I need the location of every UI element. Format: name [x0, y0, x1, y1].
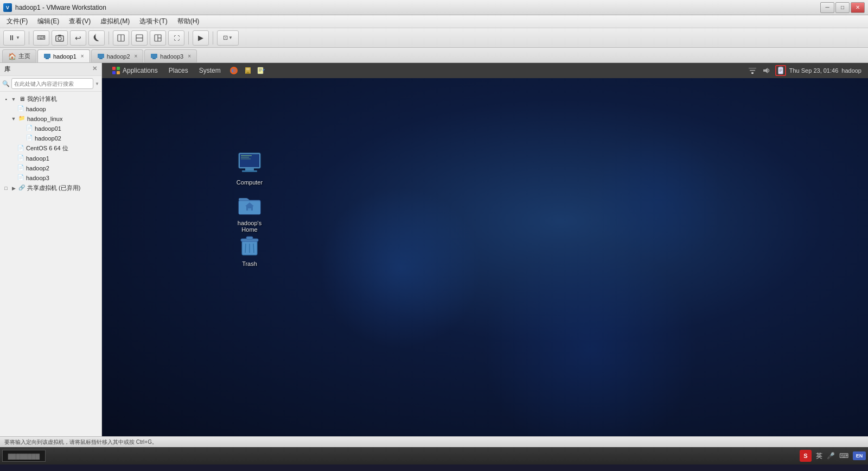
- tree-icon-hadoop02: 📄: [25, 135, 34, 142]
- gnome-places-menu[interactable]: Places: [163, 63, 194, 78]
- gnome-network-icon[interactable]: [747, 65, 758, 76]
- tab-hadoop3-close[interactable]: ×: [188, 53, 191, 59]
- sidebar-item-hadoop2[interactable]: 📄 hadoop2: [0, 163, 101, 173]
- home-folder-icon: [237, 192, 263, 218]
- tab-hadoop3[interactable]: hadoop3 ×: [144, 49, 197, 62]
- gnome-clipboard-icon[interactable]: [775, 65, 786, 76]
- desktop-icon-home[interactable]: hadoop's Home: [228, 189, 271, 235]
- desktop-icon-trash[interactable]: Trash: [228, 230, 271, 269]
- language-bar[interactable]: EN: [853, 451, 866, 460]
- glow-blob-1: [319, 187, 482, 349]
- sidebar: 库 ✕ 🔍 ▼ ▪ ▼ 🖥 我的计算机 📄 hadoop ▼ �: [0, 63, 102, 436]
- sidebar-item-hadoop[interactable]: 📄 hadoop: [0, 104, 101, 114]
- sidebar-label-my-computer: 我的计算机: [27, 95, 57, 103]
- gnome-bookmark-btn[interactable]: [241, 63, 254, 78]
- desktop-icon-computer[interactable]: Computer: [228, 149, 271, 188]
- toolbar-terminal-btn[interactable]: ▶: [193, 30, 209, 46]
- tab-hadoop3-label: hadoop3: [160, 53, 183, 60]
- svg-line-56: [245, 244, 246, 253]
- menu-view[interactable]: 查看(V): [65, 16, 95, 27]
- toolbar-sep-3: [188, 31, 189, 44]
- tab-hadoop1[interactable]: hadoop1 ×: [37, 49, 90, 62]
- menu-edit[interactable]: 编辑(E): [33, 16, 63, 27]
- menu-file[interactable]: 文件(F): [2, 16, 32, 27]
- tree-icon-hadoop3: 📄: [16, 174, 25, 182]
- taskbar-mic-icon[interactable]: 🎤: [827, 452, 835, 460]
- gnome-applications-menu[interactable]: Applications: [106, 63, 163, 78]
- toolbar-ctrlaltdel-btn[interactable]: ⌨: [33, 30, 49, 46]
- toolbar-snapshot-btn[interactable]: [52, 30, 68, 46]
- minimize-button[interactable]: ─: [820, 2, 834, 13]
- menu-vm[interactable]: 虚拟机(M): [96, 16, 134, 27]
- taskbar-keyboard-icon[interactable]: ⌨: [839, 452, 848, 460]
- vmware-status-bar: 要将输入定向到该虚拟机，请将鼠标指针移入其中或按 Ctrl+G。: [0, 436, 868, 447]
- menu-help[interactable]: 帮助(H): [173, 16, 204, 27]
- tree-icon-centos6: 📄: [16, 145, 25, 152]
- sidebar-item-my-computer[interactable]: ▪ ▼ 🖥 我的计算机: [0, 94, 101, 104]
- tab-hadoop2-close[interactable]: ×: [135, 53, 138, 59]
- gnome-datetime: Thu Sep 23, 01:46: [789, 67, 839, 74]
- gnome-username: hadoop: [841, 67, 861, 74]
- vm-desktop: Applications Places System: [102, 63, 868, 436]
- tab-hadoop2[interactable]: hadoop2 ×: [91, 49, 144, 62]
- sidebar-close-icon[interactable]: ✕: [92, 65, 97, 72]
- tab-hadoop2-icon: [97, 53, 105, 60]
- gnome-note-btn[interactable]: [254, 63, 267, 78]
- tab-hadoop1-close[interactable]: ×: [81, 53, 84, 59]
- sogou-icon[interactable]: S: [800, 450, 812, 462]
- menu-tab[interactable]: 选项卡(T): [135, 16, 171, 27]
- svg-point-34: [752, 73, 753, 74]
- svg-rect-2: [58, 35, 61, 36]
- toolbar-layout3-btn[interactable]: [150, 30, 166, 46]
- sidebar-label-hadoop2: hadoop2: [26, 165, 49, 171]
- gnome-volume-icon[interactable]: [761, 65, 772, 76]
- sidebar-search-dropdown[interactable]: ▼: [95, 81, 99, 86]
- sidebar-item-hadoop-linux[interactable]: ▼ 📁 hadoop_linux: [0, 114, 101, 124]
- gnome-firefox-btn[interactable]: [226, 63, 241, 78]
- trash-icon: [237, 232, 263, 258]
- sidebar-item-hadoop01[interactable]: 📄 hadoop01: [0, 124, 101, 133]
- svg-rect-33: [749, 68, 756, 69]
- svg-rect-47: [242, 170, 257, 172]
- sidebar-item-hadoop1[interactable]: 📄 hadoop1: [0, 154, 101, 163]
- sidebar-item-centos6[interactable]: 📄 CentOS 6 64 位: [0, 143, 101, 154]
- tree-arrow-hadoop-linux: ▼: [10, 116, 17, 122]
- sidebar-item-shared-vms[interactable]: □ ▶ 🔗 共享虚拟机 (已弃用): [0, 183, 101, 193]
- toolbar-layout4-btn[interactable]: ⛶: [168, 30, 184, 46]
- close-button[interactable]: ✕: [851, 2, 865, 13]
- svg-rect-15: [152, 58, 156, 59]
- sidebar-header: 库 ✕: [0, 63, 101, 76]
- toolbar-unity-btn[interactable]: ⊡▼: [217, 30, 239, 46]
- gnome-system-menu[interactable]: System: [194, 63, 226, 78]
- sidebar-search-input[interactable]: [11, 78, 93, 89]
- toolbar-layout1-btn[interactable]: [113, 30, 129, 46]
- toolbar-suspend-btn[interactable]: ⏾: [88, 30, 105, 46]
- restore-button[interactable]: □: [835, 2, 850, 13]
- title-bar-left: V hadoop1 - VMware Workstation: [3, 3, 106, 12]
- svg-rect-24: [246, 68, 250, 69]
- tree-icon-hadoop1: 📄: [16, 155, 25, 162]
- ime-label[interactable]: 英: [816, 451, 822, 461]
- sidebar-label-hadoop3: hadoop3: [26, 175, 49, 181]
- sidebar-item-hadoop3[interactable]: 📄 hadoop3: [0, 173, 101, 183]
- tree-icon-my-computer: 🖥: [17, 96, 26, 103]
- gnome-applications-label: Applications: [123, 67, 158, 74]
- svg-rect-52: [248, 208, 251, 211]
- windows-taskbar: ▓▓▓▓▓▓▓▓ S 英 🎤 ⌨ EN: [0, 447, 868, 464]
- tree-icon-shared: 🔗: [17, 184, 26, 192]
- tab-home[interactable]: 🏠 主页: [2, 49, 36, 62]
- sidebar-item-hadoop02[interactable]: 📄 hadoop02: [0, 133, 101, 143]
- toolbar-layout2-btn[interactable]: [131, 30, 148, 46]
- sidebar-label-hadoop01: hadoop01: [35, 125, 61, 132]
- glow-blob-2: [482, 241, 699, 436]
- tab-hadoop3-icon: [150, 53, 158, 60]
- svg-rect-43: [241, 155, 252, 156]
- toolbar-pause-btn[interactable]: ⏸ ▼: [3, 30, 25, 46]
- svg-rect-46: [245, 168, 254, 170]
- toolbar-revert-btn[interactable]: ↩: [70, 30, 86, 46]
- sidebar-label-hadoop-linux: hadoop_linux: [27, 116, 62, 122]
- tree-check-shared: □: [2, 186, 10, 191]
- vm-desktop-background[interactable]: Computer hado: [102, 78, 868, 436]
- computer-icon: [237, 151, 263, 177]
- tree-arrow-my-computer: ▼: [10, 97, 17, 102]
